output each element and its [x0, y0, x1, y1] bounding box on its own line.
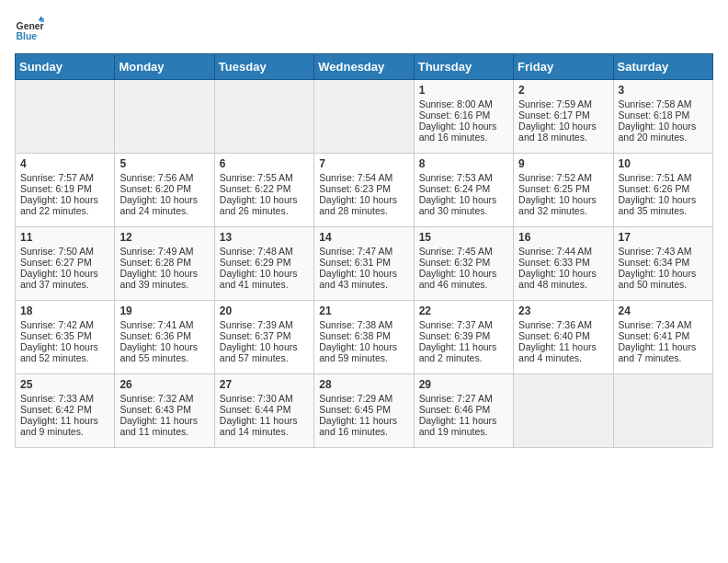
sunset: Sunset: 6:35 PM — [20, 330, 92, 341]
logo-icon: General Blue — [15, 15, 44, 44]
day-number: 5 — [119, 157, 209, 170]
calendar-cell — [214, 80, 313, 154]
daylight: Daylight: 10 hours and 48 minutes. — [518, 268, 597, 290]
day-number: 16 — [518, 231, 608, 244]
sunset: Sunset: 6:37 PM — [220, 330, 291, 341]
calendar-cell: 24Sunrise: 7:34 AMSunset: 6:41 PMDayligh… — [613, 301, 712, 374]
calendar-cell: 22Sunrise: 7:37 AMSunset: 6:39 PMDayligh… — [414, 301, 513, 374]
daylight: Daylight: 10 hours and 22 minutes. — [20, 194, 98, 216]
sunset: Sunset: 6:29 PM — [220, 257, 291, 268]
sunrise: Sunrise: 7:29 AM — [319, 393, 392, 404]
daylight: Daylight: 10 hours and 30 minutes. — [419, 194, 497, 216]
daylight: Daylight: 10 hours and 32 minutes. — [518, 194, 597, 216]
sunrise: Sunrise: 7:45 AM — [419, 246, 493, 257]
day-number: 25 — [20, 378, 109, 391]
sunrise: Sunrise: 7:56 AM — [119, 172, 193, 183]
day-number: 4 — [20, 157, 109, 170]
sunset: Sunset: 6:24 PM — [419, 183, 491, 194]
sunrise: Sunrise: 7:43 AM — [619, 246, 692, 257]
calendar-cell: 3Sunrise: 7:58 AMSunset: 6:18 PMDaylight… — [613, 80, 712, 154]
sunset: Sunset: 6:31 PM — [319, 257, 391, 268]
daylight: Daylight: 10 hours and 20 minutes. — [619, 121, 697, 143]
sunset: Sunset: 6:40 PM — [518, 330, 590, 341]
sunrise: Sunrise: 7:53 AM — [419, 172, 493, 183]
daylight: Daylight: 10 hours and 57 minutes. — [220, 341, 298, 363]
calendar-cell: 25Sunrise: 7:33 AMSunset: 6:42 PMDayligh… — [16, 374, 115, 448]
sunrise: Sunrise: 7:44 AM — [518, 246, 592, 257]
calendar-cell: 23Sunrise: 7:36 AMSunset: 6:40 PMDayligh… — [514, 301, 613, 374]
day-number: 21 — [319, 304, 408, 317]
calendar-week-5: 25Sunrise: 7:33 AMSunset: 6:42 PMDayligh… — [16, 374, 713, 448]
sunrise: Sunrise: 7:39 AM — [220, 319, 293, 330]
calendar-cell: 27Sunrise: 7:30 AMSunset: 6:44 PMDayligh… — [214, 374, 313, 448]
day-header-friday: Friday — [514, 54, 613, 80]
calendar-cell: 29Sunrise: 7:27 AMSunset: 6:46 PMDayligh… — [414, 374, 513, 448]
calendar-cell: 20Sunrise: 7:39 AMSunset: 6:37 PMDayligh… — [214, 301, 313, 374]
calendar-cell: 19Sunrise: 7:41 AMSunset: 6:36 PMDayligh… — [115, 301, 214, 374]
calendar-cell: 26Sunrise: 7:32 AMSunset: 6:43 PMDayligh… — [115, 374, 214, 448]
daylight: Daylight: 10 hours and 43 minutes. — [319, 268, 397, 290]
sunset: Sunset: 6:16 PM — [419, 109, 491, 121]
daylight: Daylight: 10 hours and 35 minutes. — [619, 194, 697, 216]
daylight: Daylight: 10 hours and 50 minutes. — [619, 268, 697, 290]
sunset: Sunset: 6:43 PM — [119, 404, 191, 415]
daylight: Daylight: 11 hours and 16 minutes. — [319, 415, 397, 437]
daylight: Daylight: 10 hours and 24 minutes. — [119, 194, 198, 216]
calendar-week-1: 1Sunrise: 8:00 AMSunset: 6:16 PMDaylight… — [16, 80, 713, 154]
sunrise: Sunrise: 7:51 AM — [619, 172, 692, 183]
sunrise: Sunrise: 7:50 AM — [20, 246, 94, 257]
calendar-cell: 7Sunrise: 7:54 AMSunset: 6:23 PMDaylight… — [314, 154, 414, 227]
sunrise: Sunrise: 7:32 AM — [119, 393, 193, 404]
daylight: Daylight: 10 hours and 46 minutes. — [419, 268, 497, 290]
calendar-cell: 5Sunrise: 7:56 AMSunset: 6:20 PMDaylight… — [115, 154, 214, 227]
calendar-cell — [514, 374, 613, 448]
day-number: 14 — [319, 231, 408, 244]
calendar-cell: 28Sunrise: 7:29 AMSunset: 6:45 PMDayligh… — [314, 374, 414, 448]
calendar-cell: 9Sunrise: 7:52 AMSunset: 6:25 PMDaylight… — [514, 154, 613, 227]
day-number: 12 — [119, 231, 209, 244]
calendar-week-2: 4Sunrise: 7:57 AMSunset: 6:19 PMDaylight… — [16, 154, 713, 227]
sunrise: Sunrise: 7:49 AM — [119, 246, 193, 257]
calendar-cell: 21Sunrise: 7:38 AMSunset: 6:38 PMDayligh… — [314, 301, 414, 374]
daylight: Daylight: 11 hours and 2 minutes. — [419, 341, 497, 363]
calendar-cell: 15Sunrise: 7:45 AMSunset: 6:32 PMDayligh… — [414, 227, 513, 301]
sunrise: Sunrise: 7:37 AM — [419, 319, 493, 330]
sunrise: Sunrise: 7:30 AM — [220, 393, 293, 404]
sunset: Sunset: 6:23 PM — [319, 183, 391, 194]
calendar-week-3: 11Sunrise: 7:50 AMSunset: 6:27 PMDayligh… — [16, 227, 713, 301]
sunset: Sunset: 6:42 PM — [20, 404, 92, 415]
sunset: Sunset: 6:20 PM — [119, 183, 191, 194]
calendar-cell: 14Sunrise: 7:47 AMSunset: 6:31 PMDayligh… — [314, 227, 414, 301]
calendar-cell: 12Sunrise: 7:49 AMSunset: 6:28 PMDayligh… — [115, 227, 214, 301]
sunrise: Sunrise: 7:52 AM — [518, 172, 592, 183]
day-number: 10 — [619, 157, 708, 170]
day-number: 23 — [518, 304, 608, 317]
svg-text:General: General — [17, 21, 44, 31]
day-number: 17 — [619, 231, 708, 244]
sunset: Sunset: 6:46 PM — [419, 404, 491, 415]
day-number: 18 — [20, 304, 109, 317]
sunrise: Sunrise: 8:00 AM — [419, 98, 493, 109]
sunrise: Sunrise: 7:36 AM — [518, 319, 592, 330]
daylight: Daylight: 10 hours and 16 minutes. — [419, 121, 497, 143]
daylight: Daylight: 10 hours and 52 minutes. — [20, 341, 98, 363]
svg-text:Blue: Blue — [17, 31, 38, 41]
day-number: 1 — [419, 84, 508, 97]
calendar-cell — [314, 80, 414, 154]
daylight: Daylight: 10 hours and 28 minutes. — [319, 194, 397, 216]
calendar-cell: 11Sunrise: 7:50 AMSunset: 6:27 PMDayligh… — [16, 227, 115, 301]
calendar-cell: 1Sunrise: 8:00 AMSunset: 6:16 PMDaylight… — [414, 80, 513, 154]
daylight: Daylight: 10 hours and 39 minutes. — [119, 268, 198, 290]
day-number: 6 — [220, 157, 309, 170]
sunset: Sunset: 6:34 PM — [619, 257, 690, 268]
day-number: 7 — [319, 157, 408, 170]
calendar-header-row: SundayMondayTuesdayWednesdayThursdayFrid… — [16, 54, 713, 80]
sunrise: Sunrise: 7:57 AM — [20, 172, 94, 183]
calendar-table: SundayMondayTuesdayWednesdayThursdayFrid… — [15, 53, 713, 448]
calendar-week-4: 18Sunrise: 7:42 AMSunset: 6:35 PMDayligh… — [16, 301, 713, 374]
sunset: Sunset: 6:38 PM — [319, 330, 391, 341]
calendar-cell — [613, 374, 712, 448]
sunset: Sunset: 6:39 PM — [419, 330, 491, 341]
day-number: 27 — [220, 378, 309, 391]
daylight: Daylight: 10 hours and 41 minutes. — [220, 268, 298, 290]
